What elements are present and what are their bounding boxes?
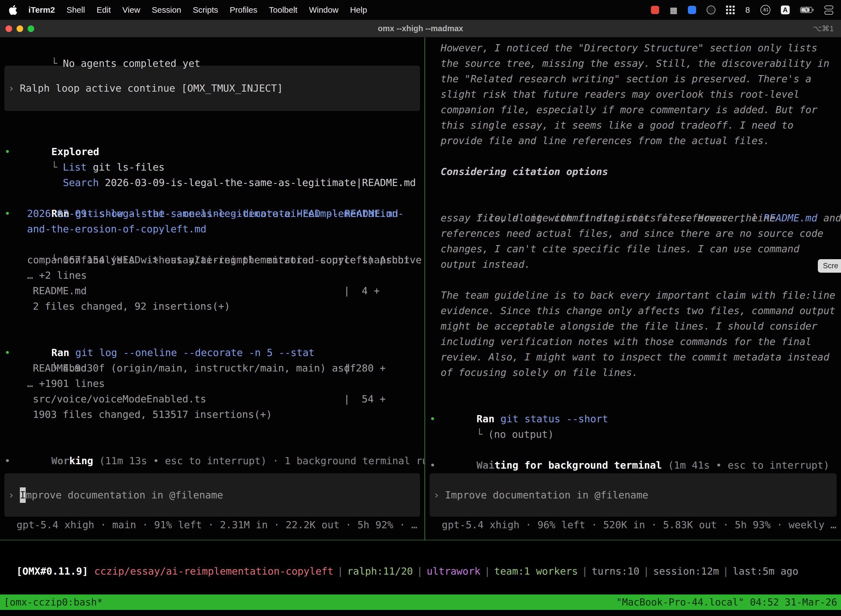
screen-share-tab[interactable]: Scre xyxy=(818,259,841,273)
omx-branch: cczip/essay/ai-reimplementation-copyleft xyxy=(94,566,333,577)
control-center-icon[interactable] xyxy=(825,6,833,15)
diffstat-line: README.md | 4 + xyxy=(0,283,424,299)
collapsed-lines-indicator[interactable]: … +1901 lines xyxy=(0,376,424,392)
terminal: └No agents completed yet ›Ralph loop act… xyxy=(0,38,841,540)
pane-bottom-border xyxy=(0,540,841,540)
ran-git-show-filename: 2026-03-09-is-legal-the-same-as-legitima… xyxy=(0,206,424,221)
left-pane[interactable]: └No agents completed yet ›Ralph loop act… xyxy=(0,38,424,540)
prompt-glyph: › xyxy=(8,487,14,503)
prompt-input[interactable]: ›Improve documentation in @filename xyxy=(4,473,420,517)
diffstat-line: README.md | 280 + xyxy=(0,361,424,376)
model-status-line: gpt-5.4 xhigh · 96% left · 520K in · 5.8… xyxy=(425,517,841,532)
explored-entry: •Explored xyxy=(0,129,424,144)
right-pane[interactable]: However, I noticed the "Directory Struct… xyxy=(425,38,841,540)
circle-app-icon[interactable] xyxy=(707,6,715,14)
apps-grid-icon[interactable] xyxy=(726,6,735,14)
waiting-status-line: •Waiting for background terminal (1m 41s… xyxy=(425,442,841,458)
git-log-output-line: └4b9d30f (origin/main, instructkr/main, … xyxy=(0,345,424,361)
model-status-line: gpt-5.4 xhigh · main · 91% left · 2.31M … xyxy=(0,517,424,532)
prompt-input[interactable]: ›Improve documentation in @filename xyxy=(429,473,837,517)
menu-bar: iTerm2 Shell Edit View Session Scripts P… xyxy=(0,0,841,20)
text-cursor: I xyxy=(20,487,26,503)
menu-window[interactable]: Window xyxy=(303,5,344,15)
apple-menu[interactable] xyxy=(8,5,23,15)
close-button[interactable] xyxy=(6,25,12,32)
prompt-glyph: › xyxy=(434,487,440,503)
omx-last: last:5m ago xyxy=(733,566,798,577)
menu-edit[interactable]: Edit xyxy=(91,5,117,15)
menu-profiles[interactable]: Profiles xyxy=(224,5,263,15)
zoom-button[interactable] xyxy=(28,25,34,32)
collapsed-lines-indicator[interactable]: … +2 lines xyxy=(0,268,424,283)
prompt-glyph: › xyxy=(8,81,14,96)
tmux-host-time: "MacBook-Pro-44.local" 04:52 31-Mar-26 xyxy=(616,597,837,608)
ran-git-status-entry: •Rangit status --short xyxy=(425,396,841,411)
thinking-paragraph: However, I noticed the "Directory Struct… xyxy=(425,40,841,148)
menu-bar-status-icons: ▦ 8 .61 A xyxy=(651,5,833,15)
git-status-output-line: └(no output) xyxy=(425,411,841,427)
traffic-lights xyxy=(6,25,34,32)
input-source-icon[interactable]: A xyxy=(781,6,790,14)
tmux-status-bar: [omx-cczip0:bash* "MacBook-Pro-44.local"… xyxy=(0,594,841,610)
menu-app-name[interactable]: iTerm2 xyxy=(23,5,61,15)
explored-list-line: └Listgit ls-files xyxy=(0,144,424,160)
ralph-banner: ›Ralph loop active continue [OMX_TMUX_IN… xyxy=(4,66,420,111)
bullet-icon: • xyxy=(429,458,436,473)
working-status-line: •Working (11m 13s • esc to interrupt) · … xyxy=(0,438,424,453)
menu-view[interactable]: View xyxy=(117,5,146,15)
diffstat-summary: 2 files changed, 92 insertions(+) xyxy=(0,299,424,314)
gauge-icon[interactable]: .61 xyxy=(760,5,771,15)
thinking-paragraph: The team guideline is to back every impo… xyxy=(425,287,841,380)
blue-app-icon[interactable] xyxy=(688,6,696,14)
window-shortcut-badge: ⌥⌘1 xyxy=(813,24,834,33)
ran-git-log-entry: •Rangit log --oneline --decorate -n 5 --… xyxy=(0,330,424,345)
diffstat-summary: 1903 files changed, 513517 insertions(+) xyxy=(0,407,424,422)
tmux-session-window[interactable]: [omx-cczip0:bash* xyxy=(4,597,103,608)
ran-git-show-filename: and-the-erosion-of-copyleft.md xyxy=(0,221,424,237)
diffstat-line: src/voice/voiceModeEnabled.ts | 54 + xyxy=(0,392,424,407)
menu-toolbelt[interactable]: Toolbelt xyxy=(263,5,303,15)
grid-app-icon[interactable]: ▦ xyxy=(670,5,677,15)
omx-team: team:1 workers xyxy=(494,566,578,577)
thinking-paragraph: essay file, along with finding root file… xyxy=(425,210,841,272)
window-title-bar[interactable]: omx --xhigh --madmax ⌥⌘1 xyxy=(0,20,841,38)
git-show-output-line: └067f154 (HEAD -> essay/ai-reimplementat… xyxy=(0,237,424,252)
omx-turns: turns:10 xyxy=(592,566,639,577)
menu-session[interactable]: Session xyxy=(146,5,187,15)
counter-icon[interactable]: 8 xyxy=(745,5,750,15)
menu-scripts[interactable]: Scripts xyxy=(187,5,224,15)
menu-help[interactable]: Help xyxy=(344,5,373,15)
omx-status-bar: [OMX#0.11.9]cczip/essay/ai-reimplementat… xyxy=(4,548,799,563)
omx-mode: ultrawork xyxy=(426,566,481,577)
tree-glyph: └ xyxy=(476,428,483,440)
agents-note-line: └No agents completed yet xyxy=(0,40,424,56)
thinking-heading: Considering citation options xyxy=(425,164,841,179)
menu-shell[interactable]: Shell xyxy=(61,5,91,15)
tree-glyph: └ xyxy=(51,58,57,69)
omx-ralph-count: ralph:11/20 xyxy=(347,566,413,577)
menu-bar-left: iTerm2 Shell Edit View Session Scripts P… xyxy=(8,5,373,15)
omx-session: session:12m xyxy=(653,566,719,577)
omx-version: [OMX#0.11.9] xyxy=(16,566,88,577)
ran-git-show-entry: •Rangit show --stat --oneline --decorate… xyxy=(0,191,424,206)
minimize-button[interactable] xyxy=(16,25,23,32)
window-title: omx --xhigh --madmax xyxy=(0,24,841,33)
thinking-paragraph-line: I could cite commit statistics or refere… xyxy=(425,195,841,210)
apple-icon xyxy=(9,5,17,15)
bullet-icon: • xyxy=(4,453,10,469)
screen-recording-icon[interactable] xyxy=(651,6,659,14)
git-show-output-line: companion analysis without altering the … xyxy=(0,252,424,268)
explored-search-line: Search2026-03-09-is-legal-the-same-as-le… xyxy=(0,160,424,175)
battery-icon[interactable] xyxy=(800,6,814,13)
